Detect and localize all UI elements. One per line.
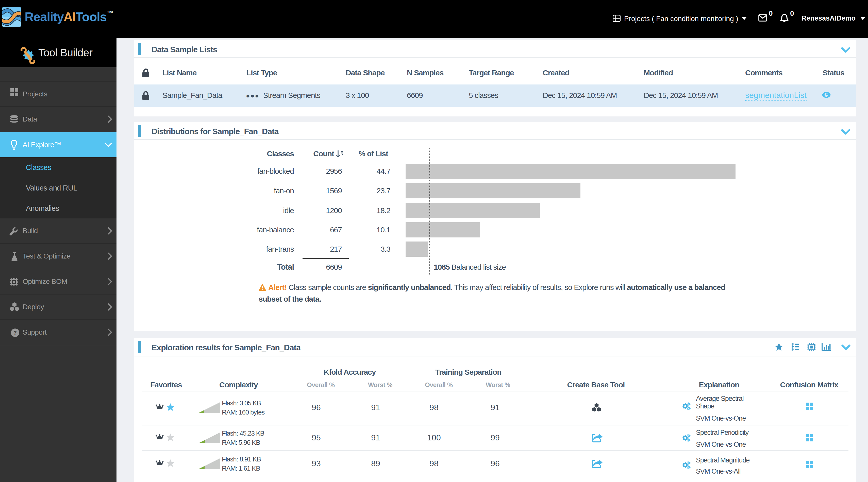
svg-text:?: ? [13, 329, 17, 336]
